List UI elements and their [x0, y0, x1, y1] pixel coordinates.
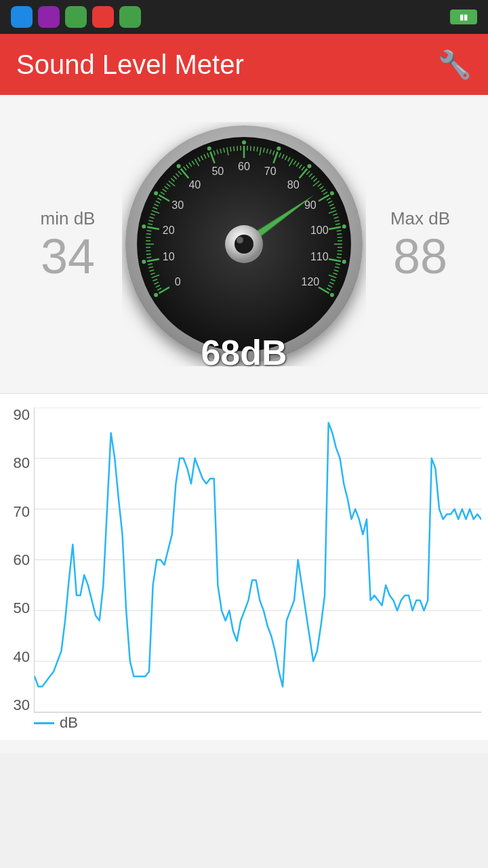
- gauge-display: 0102030405060708090100110120: [122, 122, 366, 366]
- app-icon-1: [11, 6, 33, 28]
- y-label-80: 80: [14, 456, 30, 471]
- svg-point-135: [330, 293, 334, 297]
- svg-point-152: [235, 235, 253, 254]
- svg-point-80: [277, 146, 281, 151]
- svg-line-121: [337, 254, 342, 254]
- svg-point-153: [237, 237, 243, 243]
- chart-wrapper: 90 80 70 60 50 40 30: [7, 408, 481, 733]
- status-right: ▮▮: [450, 9, 477, 24]
- status-bar: ▮▮: [0, 0, 488, 34]
- battery-icon: ▮▮: [450, 9, 477, 24]
- svg-text:100: 100: [310, 224, 329, 236]
- svg-text:20: 20: [163, 224, 175, 236]
- min-label: min dB: [41, 208, 96, 229]
- y-label-60: 60: [14, 553, 30, 568]
- y-axis-labels: 90 80 70 60 50 40 30: [7, 408, 34, 713]
- main-content: min dB 34: [0, 95, 488, 753]
- svg-line-72: [253, 146, 254, 151]
- gauge-reading: 68dB: [201, 332, 287, 373]
- app-icon-3: [65, 6, 87, 28]
- max-value: 88: [393, 232, 447, 281]
- svg-text:70: 70: [264, 165, 277, 177]
- app-bar: Sound Level Meter 🔧: [0, 34, 488, 95]
- svg-line-115: [337, 234, 342, 235]
- svg-point-102: [330, 191, 334, 195]
- app-icon-5: [119, 6, 141, 28]
- svg-point-47: [177, 164, 181, 168]
- svg-line-114: [337, 231, 342, 231]
- svg-point-25: [142, 224, 146, 229]
- chart-svg: [35, 408, 481, 712]
- svg-point-124: [342, 260, 346, 264]
- svg-text:50: 50: [211, 165, 224, 177]
- svg-line-73: [257, 146, 258, 151]
- max-stat: Max dB 88: [366, 208, 474, 281]
- svg-line-122: [337, 257, 342, 258]
- svg-text:0: 0: [175, 276, 181, 288]
- app-icons: [11, 6, 141, 28]
- svg-point-113: [342, 224, 346, 229]
- y-label-90: 90: [14, 408, 30, 422]
- svg-point-69: [242, 140, 246, 144]
- svg-line-15: [146, 257, 151, 258]
- svg-line-16: [146, 254, 151, 254]
- gauge-svg: 0102030405060708090100110120: [122, 122, 366, 366]
- svg-line-65: [234, 146, 235, 151]
- legend-label-db: dB: [60, 714, 78, 732]
- app-title: Sound Level Meter: [16, 50, 244, 80]
- svg-text:30: 30: [171, 199, 184, 211]
- gauge-section: min dB 34: [0, 108, 488, 387]
- gauge-container: 0102030405060708090100110120: [122, 115, 366, 373]
- svg-text:10: 10: [163, 251, 175, 262]
- svg-point-36: [154, 191, 158, 195]
- svg-text:110: 110: [310, 251, 329, 262]
- app-icon-4: [92, 6, 114, 28]
- svg-point-14: [142, 260, 146, 264]
- min-stat: min dB 34: [14, 208, 122, 281]
- svg-point-58: [207, 146, 211, 151]
- chart-area: [34, 408, 481, 713]
- svg-line-23: [146, 231, 151, 231]
- svg-text:60: 60: [238, 161, 250, 172]
- svg-line-64: [230, 146, 231, 151]
- y-label-50: 50: [14, 601, 30, 616]
- app-icon-2: [38, 6, 60, 28]
- gauge-row: min dB 34: [14, 115, 474, 373]
- chart-legend: dB: [34, 713, 78, 733]
- svg-point-91: [307, 164, 311, 168]
- svg-point-3: [154, 293, 158, 297]
- min-value: 34: [41, 232, 95, 281]
- svg-text:40: 40: [188, 179, 201, 191]
- y-label-40: 40: [14, 650, 30, 665]
- chart-section: 90 80 70 60 50 40 30: [0, 393, 488, 740]
- svg-line-22: [146, 234, 151, 235]
- legend-line-db: [34, 722, 54, 724]
- y-label-70: 70: [14, 505, 30, 519]
- settings-icon[interactable]: 🔧: [438, 49, 472, 81]
- svg-text:120: 120: [302, 276, 320, 288]
- y-label-30: 30: [14, 698, 30, 713]
- svg-text:80: 80: [287, 179, 300, 191]
- max-label: Max dB: [390, 208, 450, 229]
